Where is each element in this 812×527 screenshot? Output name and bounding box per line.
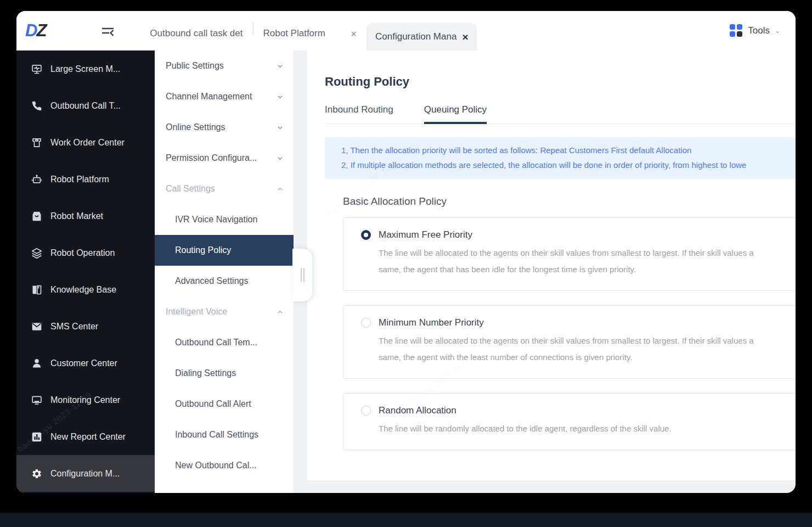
submenu-label: Outbound Call Tem...	[175, 338, 257, 347]
submenu-item-advanced-settings[interactable]: Advanced Settings	[155, 266, 294, 296]
sidebar-item-customer-center[interactable]: Customer Center	[16, 345, 155, 382]
tab-configuration-management[interactable]: Configuration Mana ×	[366, 23, 477, 51]
chevron-down-icon	[277, 94, 283, 100]
submenu-group-intelligent-voice[interactable]: Intelligent Voice	[155, 296, 294, 327]
submenu-item-channel-management[interactable]: Channel Management	[155, 81, 294, 112]
submenu-item-new-outbound-call[interactable]: New Outbound Cal...	[155, 450, 294, 481]
option-card-minimum-number-priority: Minimum Number Priority The line will be…	[343, 305, 796, 379]
option-description-line: The line will be allocated to the agents…	[379, 245, 796, 261]
option-description-line: The line will be randomly allocated to t…	[379, 421, 796, 437]
submenu-item-outbound-call-alert[interactable]: Outbound Call Alert	[155, 389, 294, 419]
option-radio-row[interactable]: Random Allocation	[361, 405, 796, 416]
chevron-down-icon	[277, 155, 283, 161]
sidebar-item-robot-platform[interactable]: Robot Platform	[16, 161, 155, 198]
radio-unselected-icon[interactable]	[361, 318, 371, 328]
submenu-item-inbound-call-settings[interactable]: Inbound Call Settings	[155, 419, 294, 450]
tab-robot-platform[interactable]: Robot Platform ×	[253, 28, 367, 51]
info-banner-line2: 2, If multiple allocation methods are se…	[341, 158, 796, 172]
sidebar-item-work-order[interactable]: Work Order Center	[16, 124, 155, 161]
submenu-group-call-settings[interactable]: Call Settings	[155, 173, 294, 204]
shopping-bag-icon	[31, 211, 42, 222]
body-row: Large Screen M... Outbound Call T... Wor…	[16, 51, 796, 493]
robot-icon	[31, 174, 42, 185]
sidebar-item-large-screen[interactable]: Large Screen M...	[16, 51, 155, 87]
sidebar-item-label: Monitoring Center	[50, 395, 120, 405]
sidebar-item-outbound-call[interactable]: Outbound Call T...	[16, 87, 155, 124]
tab-label: Outbound call task det	[150, 28, 243, 39]
option-radio-row[interactable]: Minimum Number Priority	[361, 317, 796, 328]
main-panel: Routing Policy Inbound Routing Queuing P…	[307, 51, 796, 480]
option-radio-row[interactable]: Maximum Free Priority	[361, 229, 796, 240]
sidebar-item-label: Robot Operation	[50, 248, 115, 258]
option-description: The line will be randomly allocated to t…	[379, 421, 796, 437]
chevron-down-icon	[277, 125, 283, 131]
option-description: The line will be allocated to the agents…	[379, 333, 796, 366]
chevron-up-icon	[277, 186, 283, 192]
submenu-item-routing-policy[interactable]: Routing Policy	[155, 235, 294, 266]
sidebar-item-label: SMS Center	[50, 322, 98, 332]
info-banner: 1, Then the allocation priority will be …	[325, 137, 796, 179]
submenu-label: Advanced Settings	[175, 276, 248, 286]
submenu-label: IVR Voice Navigation	[175, 215, 257, 225]
option-label: Maximum Free Priority	[379, 229, 472, 240]
submenu-item-public-settings[interactable]: Public Settings	[155, 51, 294, 81]
chevron-down-icon	[277, 63, 283, 69]
submenu-label: Permission Configura...	[166, 153, 257, 163]
tools-menu[interactable]: Tools ⌄	[730, 24, 780, 37]
person-icon	[31, 358, 42, 369]
sidebar-item-robot-operation[interactable]: Robot Operation	[16, 234, 155, 271]
submenu-label: Outbound Call Alert	[175, 399, 251, 409]
envelope-icon	[31, 321, 42, 332]
tab-bar: Outbound call task det Robot Platform × …	[140, 11, 477, 51]
tab-outbound-call-task[interactable]: Outbound call task det	[140, 28, 252, 51]
tab-inbound-routing[interactable]: Inbound Routing	[325, 104, 393, 124]
sidebar-item-label: Robot Market	[50, 211, 103, 221]
submenu-item-dialing-settings[interactable]: Dialing Settings	[155, 358, 294, 389]
sidebar-collapse-handle[interactable]	[292, 249, 312, 301]
close-icon[interactable]: ×	[462, 32, 468, 42]
chevron-up-icon	[277, 309, 283, 315]
page-title: Routing Policy	[325, 75, 796, 89]
info-banner-line1: 1, Then the allocation priority will be …	[341, 143, 796, 158]
sidebar-item-label: New Report Center	[50, 432, 126, 442]
submenu-label: Channel Management	[166, 92, 252, 102]
sidebar-item-label: Large Screen M...	[50, 64, 120, 74]
sidebar-item-new-report-center[interactable]: New Report Center	[16, 418, 155, 455]
submenu-item-ivr-voice-navigation[interactable]: IVR Voice Navigation	[155, 204, 294, 235]
sidebar-item-knowledge-base[interactable]: Knowledge Base	[16, 271, 155, 308]
secondary-sidebar: Public Settings Channel Management Onlin…	[155, 51, 294, 493]
radio-selected-icon[interactable]	[361, 230, 371, 240]
logo-letter-d: D	[25, 21, 36, 40]
sidebar-item-configuration[interactable]: Configuration M...	[16, 455, 155, 492]
submenu-label: Public Settings	[166, 61, 224, 71]
tools-label: Tools	[748, 25, 770, 36]
sidebar-item-label: Customer Center	[50, 358, 117, 368]
submenu-label: Inbound Call Settings	[175, 430, 258, 440]
work-order-icon	[31, 137, 42, 148]
tab-label: Configuration Mana	[375, 31, 456, 42]
sidebar-item-monitoring-center[interactable]: Monitoring Center	[16, 382, 155, 418]
option-description-line: The line will be allocated to the agents…	[379, 333, 796, 349]
sidebar-item-label: Robot Platform	[50, 175, 109, 184]
menu-fold-icon[interactable]	[100, 24, 115, 38]
submenu-label: Online Settings	[166, 122, 225, 132]
routing-tabs: Inbound Routing Queuing Policy	[325, 104, 796, 124]
bottom-glow	[0, 513, 812, 527]
section-title: Basic Allocation Policy	[343, 195, 796, 208]
apps-grid-icon	[730, 24, 743, 37]
option-label: Random Allocation	[379, 405, 456, 416]
option-description-line: same, the agent that has been idle for t…	[379, 261, 796, 278]
sidebar-item-robot-market[interactable]: Robot Market	[16, 198, 155, 234]
primary-sidebar: Large Screen M... Outbound Call T... Wor…	[16, 51, 155, 493]
submenu-item-outbound-call-template[interactable]: Outbound Call Tem...	[155, 327, 294, 358]
sidebar-item-sms-center[interactable]: SMS Center	[16, 308, 155, 345]
tab-queuing-policy[interactable]: Queuing Policy	[424, 104, 487, 124]
radio-unselected-icon[interactable]	[361, 406, 371, 416]
sidebar-item-label: Knowledge Base	[50, 285, 116, 295]
submenu-label: Dialing Settings	[175, 368, 236, 378]
book-icon	[31, 284, 42, 295]
logo-letter-z: Z	[36, 21, 46, 40]
close-icon[interactable]: ×	[351, 29, 357, 39]
submenu-item-permission-configuration[interactable]: Permission Configura...	[155, 143, 294, 173]
submenu-item-online-settings[interactable]: Online Settings	[155, 112, 294, 143]
